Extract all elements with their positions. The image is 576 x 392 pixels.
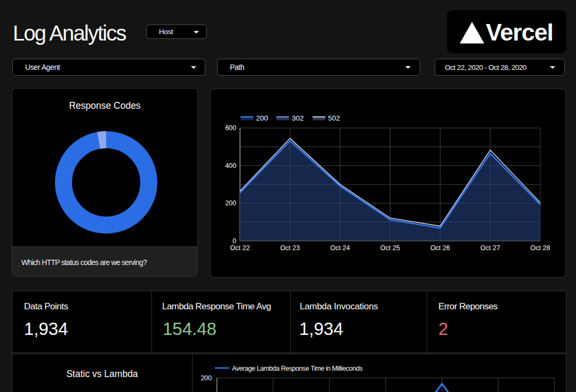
svg-text:Vercel: Vercel	[486, 19, 553, 46]
